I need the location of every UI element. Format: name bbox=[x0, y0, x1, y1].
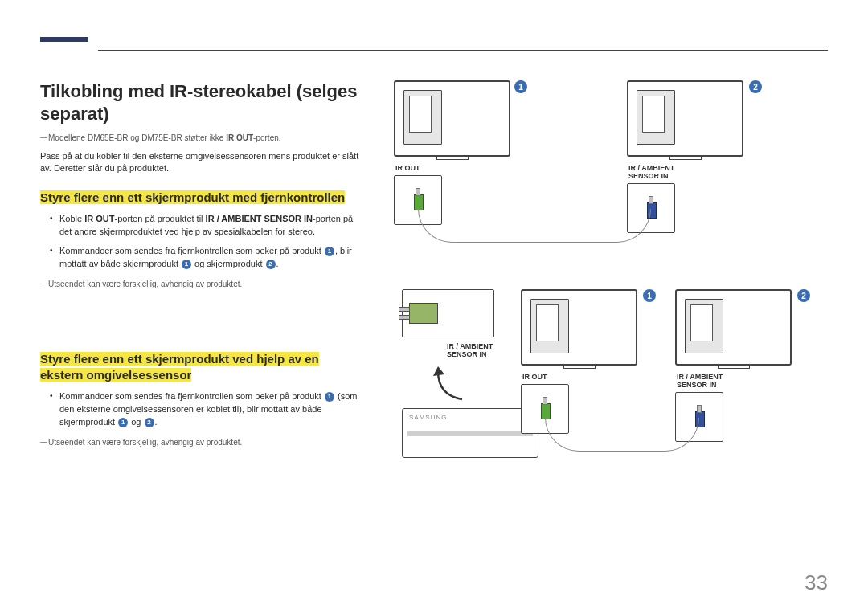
model-note-bold: IR OUT bbox=[226, 133, 253, 142]
external-sensor bbox=[402, 289, 494, 337]
subsection-sensor-text: Styre flere enn ett skjermprodukt ved hj… bbox=[40, 352, 319, 382]
page-top-marker bbox=[40, 37, 88, 42]
b1a-b2: IR / AMBIENT SENSOR IN bbox=[206, 214, 313, 223]
marker-3: 1 bbox=[643, 289, 656, 302]
bullet-list-2: Kommandoer som sendes fra fjernkontrolle… bbox=[40, 390, 362, 429]
b1a-b1: IR OUT bbox=[84, 214, 114, 223]
page-number: 33 bbox=[805, 570, 828, 595]
b1b-post: . bbox=[276, 259, 279, 268]
left-column: Tilkobling med IR-stereokabel (selges se… bbox=[40, 80, 362, 522]
diagram-remote: 1 IR OUT 2 IR / AMBIENT SENSOR IN bbox=[386, 80, 828, 249]
monitor-3-panel bbox=[530, 299, 569, 353]
monitor-3-stand bbox=[563, 366, 596, 369]
model-note-pre: Modellene DM65E-BR og DM75E-BR støtter i… bbox=[48, 133, 226, 142]
circled-1b: 1 bbox=[182, 260, 191, 269]
content-row: Tilkobling med IR-stereokabel (selges se… bbox=[40, 80, 828, 522]
label-sensorin-1: SENSOR IN bbox=[628, 172, 669, 180]
label-sensorin-s: SENSOR IN bbox=[447, 350, 487, 358]
monitor-1-panel bbox=[403, 90, 442, 145]
remote-bar bbox=[407, 431, 533, 436]
model-note-post: -porten. bbox=[253, 133, 280, 142]
section-title: Tilkobling med IR-stereokabel (selges se… bbox=[40, 80, 362, 125]
sensor-pin-2 bbox=[399, 315, 410, 320]
monitor-1 bbox=[394, 80, 510, 157]
bullet-list-1: Koble IR OUT-porten på produktet til IR … bbox=[40, 213, 362, 271]
marker-2: 2 bbox=[749, 80, 762, 93]
b1a-mid: -porten på produktet til bbox=[114, 214, 205, 223]
subsection-remote-text: Styre flere enn ett skjermprodukt med fj… bbox=[40, 190, 345, 204]
bullet-1a: Koble IR OUT-porten på produktet til IR … bbox=[40, 213, 362, 239]
b1a-pre: Koble bbox=[59, 214, 84, 223]
monitor-4 bbox=[675, 289, 792, 366]
diagram-sensor: IR / AMBIENT SENSOR IN SAMSUNG 1 IR OUT bbox=[386, 289, 828, 522]
b2a-mid2: og bbox=[129, 417, 143, 427]
intro-paragraph: Pass på at du kobler til den eksterne om… bbox=[40, 150, 362, 175]
label-irout-1: IR OUT bbox=[395, 164, 420, 172]
marker-4: 2 bbox=[797, 289, 810, 302]
label-irambient-1: IR / AMBIENT bbox=[628, 164, 674, 172]
label-sensorin-2: SENSOR IN bbox=[677, 381, 717, 389]
circled-1d: 1 bbox=[118, 418, 128, 427]
b1b-mid2: og skjermprodukt bbox=[192, 259, 264, 268]
monitor-2-stand bbox=[669, 157, 702, 160]
remote-control: SAMSUNG bbox=[402, 408, 538, 458]
monitor-3-slot bbox=[536, 304, 559, 341]
appearance-note-1: Utseendet kan være forskjellig, avhengig… bbox=[40, 279, 362, 290]
circled-1c: 1 bbox=[325, 392, 334, 402]
monitor-1-slot bbox=[409, 96, 432, 133]
page-top-rule bbox=[98, 50, 828, 51]
bullet-1b: Kommandoer som sendes fra fjernkontrolle… bbox=[40, 245, 362, 271]
label-irout-2: IR OUT bbox=[522, 373, 547, 381]
label-irambient-2: IR / AMBIENT bbox=[677, 373, 723, 381]
monitor-4-panel bbox=[685, 299, 723, 353]
monitor-1-stand bbox=[436, 157, 469, 160]
monitor-2-panel bbox=[637, 90, 675, 145]
bullet-2a: Kommandoer som sendes fra fjernkontrolle… bbox=[40, 390, 362, 429]
sensor-connector bbox=[409, 303, 438, 324]
cable-1 bbox=[418, 209, 651, 243]
right-column: 1 IR OUT 2 IR / AMBIENT SENSOR IN bbox=[386, 80, 828, 522]
sensor-pin-1 bbox=[399, 307, 410, 312]
monitor-4-stand bbox=[718, 366, 750, 369]
cable-2 bbox=[545, 418, 699, 452]
arrow-icon bbox=[430, 363, 470, 403]
b2a-post: . bbox=[155, 417, 158, 427]
monitor-3 bbox=[521, 289, 637, 366]
circled-2b: 2 bbox=[145, 418, 154, 427]
subsection-remote: Styre flere enn ett skjermprodukt med fj… bbox=[40, 190, 362, 206]
model-note: Modellene DM65E-BR og DM75E-BR støtter i… bbox=[40, 133, 362, 144]
circled-1: 1 bbox=[325, 247, 334, 256]
b2a-pre: Kommandoer som sendes fra fjernkontrolle… bbox=[59, 391, 324, 401]
appearance-note-2: Utseendet kan være forskjellig, avhengig… bbox=[40, 437, 362, 448]
monitor-4-slot bbox=[690, 304, 713, 341]
subsection-sensor: Styre flere enn ett skjermprodukt ved hj… bbox=[40, 351, 362, 382]
remote-brand: SAMSUNG bbox=[409, 414, 447, 421]
circled-2: 2 bbox=[266, 260, 276, 269]
label-irambient-s: IR / AMBIENT bbox=[447, 342, 493, 350]
monitor-2 bbox=[627, 80, 743, 157]
monitor-2-slot bbox=[642, 96, 665, 133]
marker-1: 1 bbox=[514, 80, 527, 93]
b1b-pre: Kommandoer som sendes fra fjernkontrolle… bbox=[59, 246, 324, 255]
